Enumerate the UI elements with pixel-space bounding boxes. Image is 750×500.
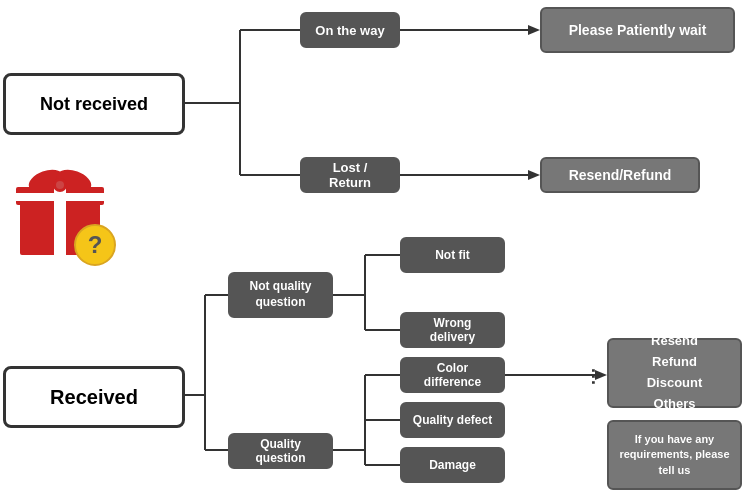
- resend-refund-options-box: Resend Refund Discount Others: [607, 338, 742, 408]
- quality-defect-box: Quality defect: [400, 402, 505, 438]
- quality-question-box: Quality question: [228, 433, 333, 469]
- svg-rect-26: [16, 193, 104, 201]
- color-difference-box: Color difference: [400, 357, 505, 393]
- gift-svg: ?: [10, 155, 120, 270]
- svg-marker-7: [528, 170, 540, 180]
- flowchart: Not received On the way Please Patiently…: [0, 0, 750, 500]
- please-wait-box: Please Patiently wait: [540, 7, 735, 53]
- refund-label: Refund: [652, 352, 697, 373]
- svg-marker-5: [528, 25, 540, 35]
- resend-label: Resend: [651, 331, 698, 352]
- wrong-delivery-box: Wrong delivery: [400, 312, 505, 348]
- discount-label: Discount: [647, 373, 703, 394]
- ellipsis-dots: ···: [582, 368, 603, 386]
- resend-refund-top-box: Resend/Refund: [540, 157, 700, 193]
- not-fit-box: Not fit: [400, 237, 505, 273]
- damage-box: Damage: [400, 447, 505, 483]
- not-received-box: Not received: [3, 73, 185, 135]
- received-box: Received: [3, 366, 185, 428]
- gift-icon-area: ?: [10, 155, 160, 285]
- others-label: Others: [654, 394, 696, 415]
- svg-point-30: [56, 181, 64, 189]
- requirements-box: If you have any requirements, please tel…: [607, 420, 742, 490]
- not-quality-box: Not quality question: [228, 272, 333, 318]
- on-the-way-box: On the way: [300, 12, 400, 48]
- lost-return-box: Lost / Return: [300, 157, 400, 193]
- svg-text:?: ?: [88, 231, 103, 258]
